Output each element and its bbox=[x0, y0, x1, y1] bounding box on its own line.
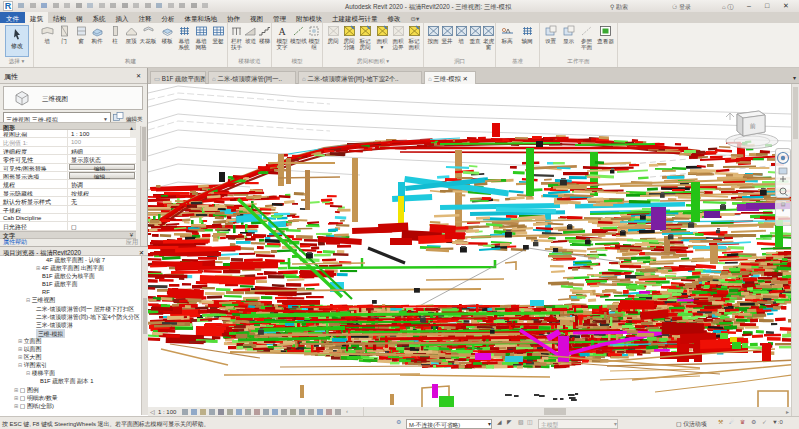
svg-text:前: 前 bbox=[749, 123, 756, 129]
svg-text:A: A bbox=[278, 26, 286, 37]
